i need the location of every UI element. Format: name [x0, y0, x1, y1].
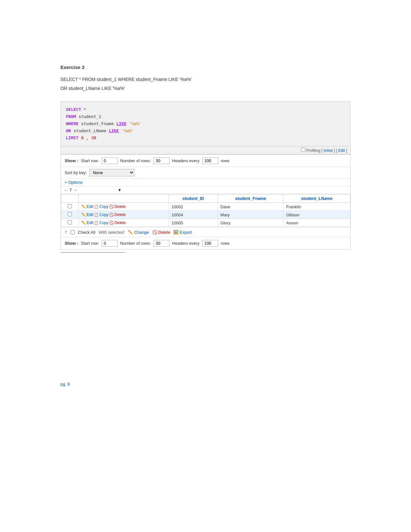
delete-link[interactable]: 🚫 Delete	[109, 212, 126, 217]
delete-selected-label: Delete	[158, 230, 171, 235]
delete-selected-button[interactable]: 🚫 Delete	[152, 230, 171, 235]
query-line-3: WHERE student_Fname LIKE '%a%'	[66, 120, 345, 127]
headers-every-label-top: Headers every	[172, 158, 200, 163]
row-checkbox-cell	[61, 203, 78, 211]
query-line-1: SELECT *	[66, 106, 345, 113]
headers-every-label-bottom: Headers every	[172, 241, 200, 246]
bottom-divider	[61, 252, 125, 253]
headers-every-input-top[interactable]: 100	[202, 157, 218, 164]
options-link[interactable]: + Options	[65, 180, 83, 185]
copy-icon: 📋	[94, 204, 99, 209]
row-checkbox[interactable]	[68, 204, 72, 208]
row-actions-cell: ✏️ Edit 📋 Copy 🚫 Delete	[78, 211, 169, 219]
result-panel: Show : Start row: 0 Number of rows: 30 H…	[61, 154, 351, 250]
delete-row-label: Delete	[114, 221, 126, 225]
pencil-icon: ✏️	[81, 212, 86, 217]
edit-link[interactable]: ✏️ Edit	[81, 204, 93, 209]
delete-row-icon: 🚫	[109, 204, 114, 209]
copy-link[interactable]: 📋 Copy	[94, 204, 108, 209]
row-checkbox-cell	[61, 211, 78, 219]
arrow-right[interactable]: →	[73, 188, 77, 192]
row-actions-cell: ✏️ Edit 📋 Copy 🚫 Delete	[78, 203, 169, 211]
edit-link[interactable]: ✏️ Edit	[81, 212, 93, 217]
edit-link[interactable]: ✏️ Edit	[81, 221, 93, 225]
edit-label: Edit	[87, 212, 93, 217]
profiling-label: Profiling	[306, 148, 320, 153]
export-icon: 🖼️	[173, 230, 179, 235]
like-val-2: '%a%'	[119, 128, 134, 133]
rows-label-bottom: rows	[221, 241, 230, 246]
cell-student-lname: Gibson	[283, 211, 350, 219]
keyword-where: WHERE	[66, 121, 79, 126]
edit-label: Edit	[87, 221, 93, 225]
with-selected-label: With selected:	[99, 230, 125, 235]
keyword-like-2: LIKE	[109, 128, 119, 133]
cell-student-fname: Glory	[218, 219, 283, 227]
sort-bar: Sort by key: None	[61, 167, 350, 179]
col-student-fname: student_Fname	[218, 194, 283, 203]
options-bar[interactable]: + Options	[61, 179, 350, 186]
delete-icon: 🚫	[152, 230, 157, 235]
cell-student-lname: Franklin	[283, 203, 350, 211]
data-table: student_ID student_Fname student_LName ✏…	[61, 194, 350, 227]
profiling-checkbox[interactable]	[301, 148, 305, 152]
row-checkbox[interactable]	[68, 212, 72, 216]
arrow-column[interactable]: T	[70, 188, 72, 192]
col-student-id: student_ID	[169, 194, 218, 203]
nav-arrows-row: ← T → ▼	[61, 186, 350, 194]
copy-link[interactable]: 📋 Copy	[94, 221, 108, 225]
keyword-from: FROM	[66, 114, 76, 119]
copy-label: Copy	[99, 212, 108, 217]
cell-student-id: 10005	[169, 219, 218, 227]
pencil-icon: ✏️	[81, 221, 86, 225]
pencil-icon: ✏️	[81, 204, 86, 209]
profiling-checkbox-label: Profiling	[301, 148, 321, 153]
table-row: ✏️ Edit 📋 Copy 🚫 Delete 10002DaveFrankli…	[61, 203, 350, 211]
num-rows-input-bottom[interactable]	[153, 240, 170, 247]
profiling-inline-link[interactable]: Inline	[324, 148, 333, 153]
export-button[interactable]: 🖼️ Export	[173, 230, 192, 235]
rows-label-top: rows	[221, 158, 230, 163]
delete-link[interactable]: 🚫 Delete	[109, 221, 126, 225]
query-line-5: LIMIT 0 , 30	[66, 134, 345, 142]
query-line-2: FROM student_1	[66, 113, 345, 120]
delete-row-label: Delete	[114, 204, 126, 209]
sort-by-select[interactable]: None	[89, 169, 134, 176]
delete-link[interactable]: 🚫 Delete	[109, 204, 126, 209]
limit-vals: 0 , 30	[79, 135, 96, 140]
cell-student-fname: Dave	[218, 203, 283, 211]
exercise-title: Exercise 3	[61, 64, 351, 70]
start-row-input-bottom[interactable]	[102, 240, 118, 247]
delete-row-label: Delete	[114, 212, 126, 217]
up-arrow-icon: ↑	[65, 229, 67, 235]
star: *	[81, 107, 86, 112]
change-button[interactable]: ✏️ Change	[128, 230, 149, 235]
show-top-label: Show :	[65, 158, 79, 163]
copy-label: Copy	[99, 204, 108, 209]
arrow-left[interactable]: ←	[64, 188, 68, 192]
copy-icon: 📋	[94, 212, 99, 217]
start-row-label-top: Start row:	[81, 158, 99, 163]
cell-student-id: 10004	[169, 211, 218, 219]
check-all-checkbox[interactable]	[71, 230, 75, 234]
edit-label: Edit	[87, 204, 93, 209]
num-rows-input-top[interactable]: 30	[153, 157, 170, 164]
export-label: Export	[180, 230, 192, 235]
headers-every-input-bottom[interactable]	[202, 240, 218, 247]
profiling-edit-link[interactable]: Edit	[338, 148, 345, 153]
with-selected-bar: ↑ Check All With selected: ✏️ Change 🚫 D…	[61, 227, 350, 237]
copy-label: Copy	[99, 221, 108, 225]
profiling-bar: Profiling [ Inline ] [ Edit ]	[61, 146, 351, 154]
sql-query-line2: OR student_LName LIKE '%a%'	[61, 85, 351, 92]
row-checkbox[interactable]	[68, 220, 72, 224]
cell-student-lname: Anson	[283, 219, 350, 227]
num-rows-label-top: Number of rows:	[120, 158, 151, 163]
keyword-select: SELECT	[66, 107, 81, 112]
change-label: Change	[134, 230, 149, 235]
start-row-input-top[interactable]: 0	[102, 157, 118, 164]
copy-link[interactable]: 📋 Copy	[94, 212, 108, 217]
show-bottom-label: Show :	[65, 241, 79, 246]
or-field: student_LName	[71, 128, 109, 133]
start-row-label-bottom: Start row:	[81, 241, 99, 246]
filter-dropdown[interactable]: ▼	[117, 188, 122, 192]
